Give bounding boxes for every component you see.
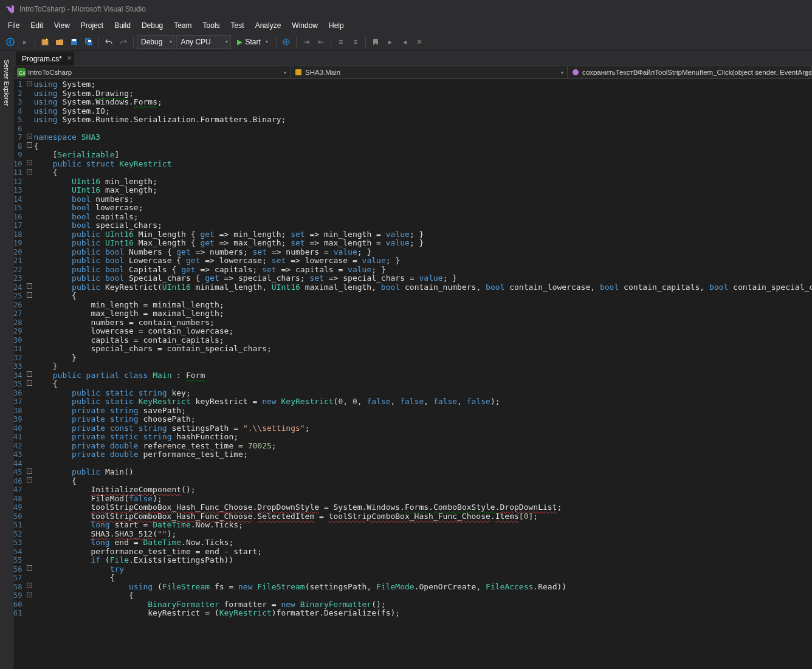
code-text[interactable]: using System;using System.Drawing;using … [32,79,812,669]
svg-rect-3 [72,39,76,41]
undo-button[interactable] [102,35,115,49]
fold-toggle[interactable]: - [27,380,32,386]
step-out-button[interactable]: ⇤ [314,35,328,49]
menu-tools[interactable]: Tools [198,19,225,32]
vs-logo-icon [5,4,15,14]
fold-toggle[interactable]: - [27,169,32,174]
fold-toggle[interactable]: - [27,477,32,482]
menu-window[interactable]: Window [286,19,323,32]
toolbar-separator [296,36,297,47]
start-label: Start [245,38,260,46]
nav-project-label: IntroToCsharp [28,69,72,76]
platform-dropdown[interactable]: Any CPU [176,35,231,49]
menu-edit[interactable]: Edit [25,19,49,32]
bookmark-prev-button[interactable]: ◂ [398,35,411,49]
menu-test[interactable]: Test [225,19,250,32]
fold-toggle[interactable]: - [27,565,32,571]
menu-help[interactable]: Help [323,19,349,32]
svg-rect-6 [88,40,91,42]
fold-toggle[interactable]: - [27,142,32,148]
svg-rect-11 [573,69,579,75]
menu-build[interactable]: Build [109,19,136,32]
fold-toggle[interactable]: - [27,283,32,289]
save-all-button[interactable] [82,35,95,49]
toolbar-separator [331,36,331,47]
menu-file[interactable]: File [2,19,25,32]
fold-toggle[interactable]: - [27,371,32,377]
menu-analyze[interactable]: Analyze [250,19,287,32]
nav-back-button[interactable] [4,35,17,49]
bookmark-next-button[interactable]: ▸ [384,35,397,49]
bookmark-clear-button[interactable]: ✕ [413,35,426,49]
class-icon [294,68,303,77]
toolbar-separator [276,36,277,47]
toolbar: ▸ Debug Any CPU ▶Start▾ ⇥ ⇤ ≡ ≡ ▸ ◂ ✕ [0,33,812,51]
method-icon [571,68,580,77]
fold-margin[interactable]: -------------- [27,79,32,669]
open-file-button[interactable] [53,35,66,49]
new-project-button[interactable] [38,35,52,49]
nav-member-dropdown[interactable]: сохранитьТекстВФайлToolStripMenuItem_Cli… [568,66,812,78]
svg-text:C#: C# [19,70,26,76]
fold-toggle[interactable]: - [27,160,32,165]
menu-bar: File Edit View Project Build Debug Team … [0,18,812,33]
config-dropdown[interactable]: Debug [137,35,175,49]
menu-project[interactable]: Project [75,19,109,32]
code-editor[interactable]: 1234567891011121314151617181920212223242… [13,79,812,669]
editor-tabstrip: Program.cs* ✕ [13,51,812,66]
step-button[interactable]: ⇥ [300,35,313,49]
nav-type-label: SHA3.Main [305,69,340,76]
redo-button[interactable] [117,35,130,49]
nav-project-dropdown[interactable]: C# IntroToCsharp [13,66,291,78]
svg-rect-1 [42,39,48,45]
fold-toggle[interactable]: - [27,134,32,139]
tab-program-cs[interactable]: Program.cs* ✕ [16,52,74,66]
nav-member-label: сохранитьТекстВФайлToolStripMenuItem_Cli… [582,69,812,76]
window-title: IntroToCsharp - Microsoft Visual Studio [19,5,146,13]
fold-toggle[interactable]: - [27,292,32,298]
start-button[interactable]: ▶Start▾ [232,35,272,49]
toolbar-separator [365,36,366,47]
tab-label: Program.cs* [22,55,62,63]
csharp-project-icon: C# [17,68,26,77]
fold-toggle[interactable]: - [27,81,32,86]
indent-less-button[interactable]: ≡ [334,35,348,49]
nav-bar: C# IntroToCsharp SHA3.Main сохранитьТекс… [13,66,812,79]
side-panel: Server Explorer [0,51,13,669]
toolbar-separator [35,36,35,47]
save-button[interactable] [67,35,81,49]
close-icon[interactable]: ✕ [67,55,72,61]
server-explorer-tab[interactable]: Server Explorer [2,56,12,109]
menu-team[interactable]: Team [168,19,197,32]
fold-toggle[interactable]: - [27,592,32,597]
menu-view[interactable]: View [49,19,75,32]
indent-more-button[interactable]: ≡ [349,35,362,49]
svg-rect-10 [295,69,301,75]
nav-type-dropdown[interactable]: SHA3.Main [291,66,568,78]
toolbar-separator [98,36,99,47]
nav-fwd-button[interactable]: ▸ [18,35,32,49]
bookmark-button[interactable] [369,35,382,49]
menu-debug[interactable]: Debug [136,19,168,32]
toolbar-separator [133,36,134,47]
browser-link-button[interactable] [280,35,293,49]
fold-toggle[interactable]: - [27,583,32,588]
line-number-gutter: 1234567891011121314151617181920212223242… [13,79,27,669]
fold-toggle[interactable]: - [27,468,32,474]
svg-point-0 [7,38,14,46]
play-icon: ▶ [237,38,243,46]
